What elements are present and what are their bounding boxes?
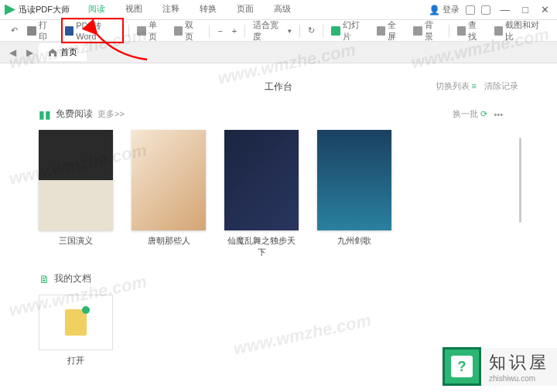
book-title: 九州剑歌 bbox=[317, 235, 391, 247]
free-read-header: ▮▮ 免费阅读 更多>> 换一批 ⟳ ••• bbox=[39, 107, 518, 121]
book-item[interactable]: 三国演义 bbox=[39, 130, 113, 258]
workspace-actions: 切换列表 ≡ 清除记录 bbox=[436, 80, 518, 92]
tool-icon-2[interactable] bbox=[481, 5, 490, 15]
content-area: 工作台 切换列表 ≡ 清除记录 ▮▮ 免费阅读 更多>> 换一批 ⟳ ••• bbox=[0, 63, 557, 374]
double-page-button[interactable]: 双页 bbox=[171, 18, 205, 44]
double-page-icon bbox=[174, 26, 183, 36]
brand-badge: ? 知识屋 zhishiwu.com bbox=[443, 347, 557, 386]
more-link[interactable]: 更多>> bbox=[97, 108, 125, 120]
book-title: 唐朝那些人 bbox=[132, 235, 206, 247]
app-logo-icon bbox=[5, 5, 15, 15]
my-docs-header: 🗎 我的文档 bbox=[39, 272, 518, 285]
open-doc-item[interactable]: 打开 bbox=[39, 295, 113, 366]
undo-button[interactable]: ↶ bbox=[8, 24, 21, 37]
maximize-button[interactable]: □ bbox=[519, 4, 531, 15]
clear-history-button[interactable]: 清除记录 bbox=[484, 80, 518, 92]
book-item[interactable]: 仙魔乱舞之独步天下 bbox=[224, 130, 299, 258]
slideshow-button[interactable]: 幻灯片 bbox=[328, 18, 370, 44]
tab-annotate[interactable]: 注释 bbox=[159, 0, 183, 19]
document-icon bbox=[65, 309, 87, 336]
fullscreen-button[interactable]: 全屏 bbox=[374, 18, 408, 44]
separator bbox=[244, 25, 245, 37]
docs-icon: 🗎 bbox=[39, 273, 50, 285]
book-title: 三国演义 bbox=[39, 235, 113, 247]
minimize-button[interactable]: — bbox=[497, 4, 513, 15]
toolbar: ↶ 打印 PDF转Word 单页 双页 − + 适合宽度 ▾ ↻ 幻灯片 全屏 … bbox=[0, 20, 557, 42]
books-icon: ▮▮ bbox=[39, 108, 51, 121]
book-cover bbox=[224, 130, 299, 230]
book-cover bbox=[317, 130, 391, 230]
free-read-title: 免费阅读 bbox=[56, 107, 93, 121]
tab-advanced[interactable]: 高级 bbox=[271, 0, 294, 19]
brand-name: 知识屋 bbox=[489, 351, 549, 374]
refresh-button[interactable]: 换一批 ⟳ bbox=[453, 108, 487, 120]
refresh-icon: ⟳ bbox=[480, 109, 487, 118]
print-button[interactable]: 打印 bbox=[24, 18, 58, 44]
screenshot-icon bbox=[494, 26, 504, 36]
rotate-button[interactable]: ↻ bbox=[305, 24, 318, 37]
my-docs-title: 我的文档 bbox=[54, 272, 91, 285]
separator bbox=[209, 25, 210, 37]
tab-convert[interactable]: 转换 bbox=[196, 0, 220, 19]
single-page-icon bbox=[137, 26, 146, 36]
app-title: 迅读PDF大师 bbox=[19, 4, 70, 15]
login-button[interactable]: 👤 登录 bbox=[429, 4, 460, 15]
book-item[interactable]: 九州剑歌 bbox=[317, 130, 391, 258]
brand-domain: zhishiwu.com bbox=[489, 374, 549, 383]
free-read-actions: 换一批 ⟳ ••• bbox=[453, 108, 503, 120]
separator bbox=[323, 25, 323, 37]
book-list: 三国演义 唐朝那些人 仙魔乱舞之独步天下 九州剑歌 bbox=[39, 130, 518, 258]
fit-width-button[interactable]: 适合宽度 ▾ bbox=[250, 18, 295, 44]
zoom-in-button[interactable]: + bbox=[229, 25, 240, 37]
home-icon bbox=[48, 48, 57, 57]
nav-back-button[interactable]: ◀ bbox=[5, 45, 20, 60]
tool-icon-1[interactable] bbox=[466, 5, 475, 15]
book-title: 仙魔乱舞之独步天下 bbox=[224, 235, 299, 258]
slideshow-icon bbox=[331, 26, 340, 36]
scroll-indicator[interactable] bbox=[519, 138, 521, 223]
brand-text: 知识屋 zhishiwu.com bbox=[481, 348, 557, 386]
doc-card bbox=[39, 295, 113, 350]
find-icon bbox=[457, 26, 466, 36]
tab-read[interactable]: 阅读 bbox=[85, 0, 108, 19]
separator bbox=[299, 25, 300, 37]
single-page-button[interactable]: 单页 bbox=[134, 18, 168, 44]
print-icon bbox=[27, 26, 36, 36]
main-tabs: 阅读 视图 注释 转换 页面 高级 bbox=[85, 0, 294, 19]
document-tabbar: ◀ ▶ 首页 bbox=[0, 42, 557, 63]
background-button[interactable]: 背景 bbox=[410, 18, 444, 44]
nav-forward-button[interactable]: ▶ bbox=[22, 45, 37, 60]
separator bbox=[449, 25, 449, 37]
open-label: 打开 bbox=[39, 355, 113, 366]
free-read-section: ▮▮ 免费阅读 更多>> 换一批 ⟳ ••• 三国演义 唐朝那些人 bbox=[39, 107, 518, 258]
background-icon bbox=[413, 26, 422, 36]
book-item[interactable]: 唐朝那些人 bbox=[132, 130, 206, 258]
titlebar-right: 👤 登录 — □ ✕ bbox=[429, 4, 552, 15]
find-button[interactable]: 查找 bbox=[454, 18, 488, 44]
brand-icon: ? bbox=[443, 347, 481, 386]
home-tab[interactable]: 首页 bbox=[39, 43, 87, 61]
close-button[interactable]: ✕ bbox=[538, 4, 552, 15]
separator bbox=[128, 25, 129, 37]
tab-page[interactable]: 页面 bbox=[234, 0, 257, 19]
workspace-title: 工作台 bbox=[265, 81, 292, 92]
workspace-header: 工作台 切换列表 ≡ 清除记录 bbox=[39, 80, 518, 94]
book-cover bbox=[39, 130, 113, 230]
list-icon: ≡ bbox=[472, 81, 477, 90]
pdf-to-word-button[interactable]: PDF转Word bbox=[61, 18, 124, 43]
login-label: 登录 bbox=[443, 4, 460, 15]
word-icon bbox=[65, 26, 74, 36]
fullscreen-icon bbox=[377, 26, 386, 36]
zoom-out-button[interactable]: − bbox=[214, 25, 225, 37]
switch-list-button[interactable]: 切换列表 ≡ bbox=[436, 80, 477, 92]
more-menu[interactable]: ••• bbox=[494, 110, 503, 119]
book-cover bbox=[132, 130, 206, 230]
screenshot-button[interactable]: 截图和对比 bbox=[491, 18, 549, 44]
tab-view[interactable]: 视图 bbox=[122, 0, 145, 19]
